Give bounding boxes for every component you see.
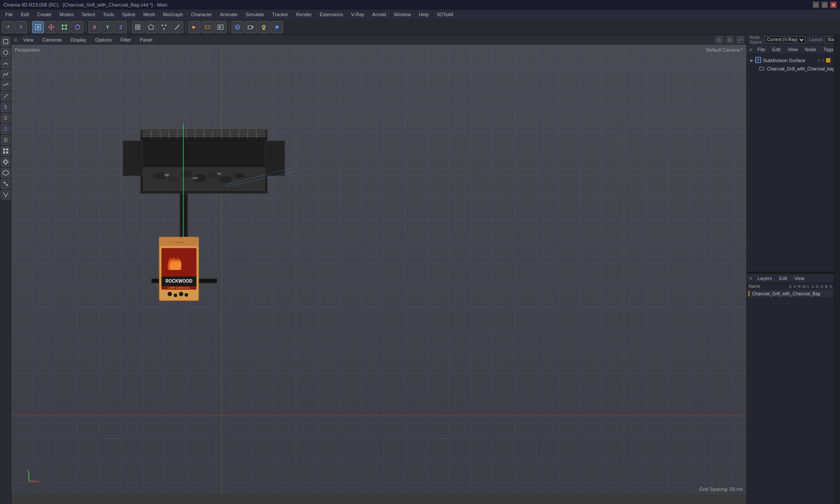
lp-sculpt-icon[interactable]: S — [1, 124, 10, 134]
lp-spline-icon[interactable]: S — [1, 102, 10, 112]
render-to-picture-viewer-btn[interactable] — [214, 21, 227, 33]
menu-arnold[interactable]: Arnold — [369, 11, 390, 18]
layer-item-charcoal-grill[interactable]: Charcoal_Grill_with_Charcoal_Bag — [747, 290, 834, 298]
window-controls[interactable]: ─ □ ✕ — [813, 2, 836, 8]
polygon-mode-btn[interactable] — [145, 21, 157, 33]
layers-menu-layers[interactable]: Layers — [756, 275, 774, 281]
edge-mode-btn[interactable] — [171, 21, 183, 33]
om-menu-node[interactable]: Node — [803, 46, 818, 52]
menu-create[interactable]: Create — [34, 11, 55, 18]
lp-nurbs-icon[interactable] — [1, 59, 10, 68]
vp-center-btn[interactable]: ⊡ — [726, 36, 733, 43]
vp-menu-display[interactable]: Display — [68, 36, 89, 43]
null-obj-btn[interactable] — [231, 21, 244, 33]
menu-tools[interactable]: Tools — [99, 11, 118, 18]
svg-rect-106 — [831, 293, 831, 294]
om-menu-icon[interactable]: ≡ — [749, 47, 752, 52]
menu-mesh[interactable]: Mesh — [140, 11, 159, 18]
axis-x-btn[interactable]: X — [88, 21, 101, 33]
vp-fullscreen-btn[interactable]: ⤢ — [737, 36, 744, 43]
lp-volume-icon[interactable] — [1, 168, 10, 178]
menu-tracker[interactable]: Tracker — [269, 11, 292, 18]
vp-snap-btn[interactable]: ⊙ — [716, 36, 723, 43]
menu-window[interactable]: Window — [390, 11, 414, 18]
om-menu-edit[interactable]: Edit — [770, 46, 782, 52]
layers-menu-view[interactable]: View — [792, 275, 806, 281]
menu-file[interactable]: File — [2, 11, 17, 18]
titlebar: Cinema 4D R23.008 (RC) - [Charcoal_Grill… — [0, 0, 840, 10]
separator-4 — [186, 22, 186, 32]
maximize-btn[interactable]: □ — [822, 2, 828, 8]
vp-menu-cameras[interactable]: Cameras — [40, 36, 65, 43]
menu-modes[interactable]: Modes — [56, 11, 77, 18]
axis-y-btn[interactable]: Y — [102, 21, 114, 33]
svg-rect-21 — [248, 26, 252, 29]
menu-mograph[interactable]: MoGraph — [160, 11, 187, 18]
svg-point-32 — [3, 161, 8, 163]
close-btn[interactable]: ✕ — [830, 2, 836, 8]
node-space-select[interactable]: Current (V-Ray) — [765, 36, 805, 43]
move-btn[interactable] — [45, 21, 57, 33]
lp-scene-icon[interactable] — [1, 48, 10, 57]
select-model-btn[interactable] — [32, 21, 44, 33]
vp-menu-filter[interactable]: Filter — [118, 36, 133, 43]
undo-btn[interactable]: ↺ — [2, 21, 14, 33]
light-btn[interactable] — [258, 21, 270, 33]
menu-simulate[interactable]: Simulate — [242, 11, 268, 18]
menu-edit[interactable]: Edit — [18, 11, 33, 18]
svg-point-68 — [207, 172, 218, 178]
layer-col-l: L — [807, 284, 809, 289]
lp-fields-icon[interactable] — [1, 157, 10, 167]
layers-menu-edit[interactable]: Edit — [777, 275, 789, 281]
om-menu-file[interactable]: File — [756, 46, 767, 52]
menu-character[interactable]: Character — [187, 11, 215, 18]
svg-point-12 — [165, 24, 167, 26]
vp-menu-view[interactable]: View — [21, 36, 36, 43]
lp-hair-icon[interactable] — [1, 135, 10, 145]
svg-rect-44 — [123, 141, 143, 176]
lp-sketch-icon[interactable]: S — [1, 113, 10, 123]
redo-btn[interactable]: ↻ — [15, 21, 27, 33]
viewport-3d[interactable]: Perspective Default Camera:* Grid Spacin… — [11, 45, 746, 494]
obj-item-charcoal-grill[interactable]: Charcoal_Grill_with_Charcoal_bag — [749, 65, 832, 73]
svg-rect-30 — [3, 151, 5, 154]
obj-item-subdivision[interactable]: ▶ Subdivision Surface ✓ ✓ — [749, 56, 832, 65]
vp-toolbar-menu-icon[interactable]: ≡ — [14, 37, 17, 43]
render-region-btn[interactable] — [201, 21, 214, 33]
lp-environment-icon[interactable] — [1, 80, 10, 90]
lp-deform-icon[interactable] — [1, 70, 10, 79]
vp-menu-panel[interactable]: Panel — [137, 36, 155, 43]
menu-vray[interactable]: V-Ray — [348, 11, 368, 18]
svg-text:y: y — [28, 469, 29, 472]
scale-btn[interactable] — [58, 21, 70, 33]
axis-z-btn[interactable]: Z — [115, 21, 127, 33]
minimize-btn[interactable]: ─ — [813, 2, 819, 8]
svg-point-26 — [4, 50, 8, 55]
camera-btn[interactable] — [245, 21, 257, 33]
lp-model-icon[interactable] — [1, 37, 10, 46]
menu-select[interactable]: Select — [78, 11, 99, 18]
layer-col-d: D — [820, 284, 823, 289]
rotate-btn[interactable] — [71, 21, 84, 33]
om-menu-view[interactable]: View — [786, 46, 800, 52]
menu-3dtoall[interactable]: 3DToAll — [433, 11, 457, 18]
lp-vray-icon[interactable] — [1, 190, 10, 200]
om-menu-tags[interactable]: Tags — [822, 46, 835, 52]
menu-render[interactable]: Render — [293, 11, 315, 18]
layers-menu-icon[interactable]: ≡ — [749, 276, 752, 281]
render-btn[interactable]: ▶ — [188, 21, 200, 33]
material-btn[interactable] — [271, 21, 283, 33]
menu-spline[interactable]: Spline — [119, 11, 139, 18]
point-mode-btn[interactable] — [158, 21, 170, 33]
obj-mode-btn[interactable] — [132, 21, 144, 33]
lp-measure-icon[interactable] — [1, 91, 10, 101]
layer-col-r: R — [798, 284, 801, 289]
node-space-bar: Node Space: Current (V-Ray) Layout: Star… — [747, 35, 834, 45]
svg-rect-101 — [827, 293, 827, 294]
menu-help[interactable]: Help — [415, 11, 432, 18]
menu-extensions[interactable]: Extensions — [316, 11, 347, 18]
lp-mograph-icon[interactable] — [1, 146, 10, 156]
vp-menu-options[interactable]: Options — [92, 36, 114, 43]
lp-dynamics-icon[interactable] — [1, 179, 10, 189]
menu-animate[interactable]: Animate — [217, 11, 241, 18]
